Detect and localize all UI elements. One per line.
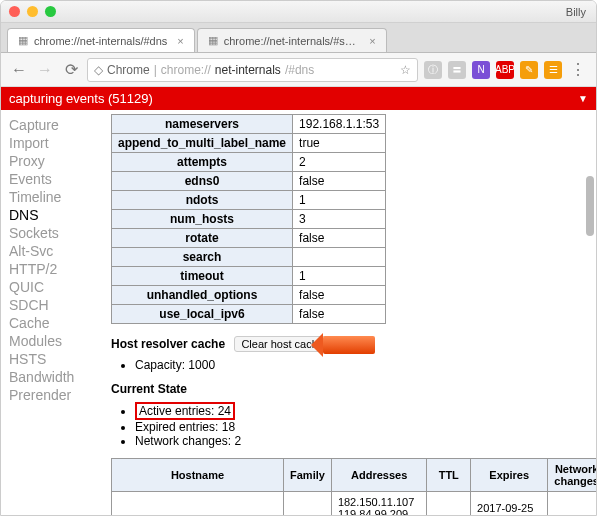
back-button[interactable]: ←	[9, 60, 29, 80]
cell-nc: 2	[548, 492, 596, 516]
config-value: true	[293, 134, 386, 153]
status-bar[interactable]: capturing events (51129) ▼	[1, 87, 596, 110]
status-text: capturing events (51129)	[9, 91, 153, 106]
cell-ttl: 42000	[427, 492, 471, 516]
toolbar: ← → ⟳ ◇ Chrome | chrome://net-internals/…	[1, 53, 596, 87]
sidebar-item-import[interactable]: Import	[9, 134, 99, 152]
tab-favicon: ▦	[208, 34, 218, 47]
sidebar-item-sockets[interactable]: Sockets	[9, 224, 99, 242]
sidebar-item-timeline[interactable]: Timeline	[9, 188, 99, 206]
table-header: Addresses	[331, 459, 427, 492]
bookmark-icon[interactable]: ☆	[400, 63, 411, 77]
user-name: Billy	[566, 6, 586, 18]
sidebar: CaptureImportProxyEventsTimelineDNSSocke…	[1, 110, 99, 515]
config-value: 3	[293, 210, 386, 229]
extension-icon[interactable]: ⓘ	[424, 61, 442, 79]
omnibox-host: chrome://	[161, 63, 211, 77]
active-entries-highlight: Active entries: 24	[135, 402, 235, 420]
network-changes-item: Network changes: 2	[135, 434, 584, 448]
table-header: Family	[284, 459, 332, 492]
close-icon[interactable]	[9, 6, 20, 17]
host-resolver-label: Host resolver cache	[111, 337, 225, 351]
omnibox-scheme: Chrome	[107, 63, 150, 77]
config-value: 1	[293, 191, 386, 210]
browser-tab[interactable]: ▦chrome://net-internals/#sock×	[197, 28, 387, 52]
extension-icon[interactable]: ABP	[496, 61, 514, 79]
config-key: nameservers	[112, 115, 293, 134]
sidebar-item-altsvc[interactable]: Alt-Svc	[9, 242, 99, 260]
extension-icon[interactable]: 〓	[448, 61, 466, 79]
expired-entries-item: Expired entries: 18	[135, 420, 584, 434]
sidebar-item-capture[interactable]: Capture	[9, 116, 99, 134]
sidebar-item-bandwidth[interactable]: Bandwidth	[9, 368, 99, 386]
sidebar-item-sdch[interactable]: SDCH	[9, 296, 99, 314]
tab-title: chrome://net-internals/#sock	[224, 35, 360, 47]
config-value: false	[293, 286, 386, 305]
scheme-icon: ◇	[94, 63, 103, 77]
config-key: unhandled_options	[112, 286, 293, 305]
main-panel: nameservers192.168.1.1:53append_to_multi…	[99, 110, 596, 515]
config-key: rotate	[112, 229, 293, 248]
extension-icon[interactable]: ✎	[520, 61, 538, 79]
table-row: 0d077ef9e74d8.cdn.sohucs.comIPV4182.150.…	[112, 492, 597, 516]
maximize-icon[interactable]	[45, 6, 56, 17]
config-value: false	[293, 229, 386, 248]
browser-tab[interactable]: ▦chrome://net-internals/#dns×	[7, 28, 195, 52]
cell-expires: 2017-09-2517:50:54.708[Expired]	[471, 492, 548, 516]
sidebar-item-prerender[interactable]: Prerender	[9, 386, 99, 404]
sidebar-item-hsts[interactable]: HSTS	[9, 350, 99, 368]
extensions-area: ⓘ〓NABP✎☰	[424, 61, 562, 79]
current-state-heading: Current State	[111, 382, 584, 396]
sidebar-item-proxy[interactable]: Proxy	[9, 152, 99, 170]
sidebar-item-dns[interactable]: DNS	[9, 206, 99, 224]
config-value: 192.168.1.1:53	[293, 115, 386, 134]
menu-icon[interactable]: ⋮	[568, 60, 588, 80]
config-value: false	[293, 172, 386, 191]
config-key: append_to_multi_label_name	[112, 134, 293, 153]
table-header: TTL	[427, 459, 471, 492]
annotation-arrow	[323, 336, 375, 354]
resolver-table: HostnameFamilyAddressesTTLExpiresNetwork…	[111, 458, 596, 515]
sidebar-item-quic[interactable]: QUIC	[9, 278, 99, 296]
config-value: false	[293, 305, 386, 324]
config-table: nameservers192.168.1.1:53append_to_multi…	[111, 114, 386, 324]
config-key: timeout	[112, 267, 293, 286]
config-key: num_hosts	[112, 210, 293, 229]
sidebar-item-http2[interactable]: HTTP/2	[9, 260, 99, 278]
table-header: Network changes	[548, 459, 596, 492]
sidebar-item-cache[interactable]: Cache	[9, 314, 99, 332]
omnibox-path: net-internals	[215, 63, 281, 77]
omnibox-hash: /#dns	[285, 63, 314, 77]
config-key: attempts	[112, 153, 293, 172]
tab-strip: ▦chrome://net-internals/#dns×▦chrome://n…	[1, 23, 596, 53]
extension-icon[interactable]: ☰	[544, 61, 562, 79]
config-key: ndots	[112, 191, 293, 210]
sidebar-item-events[interactable]: Events	[9, 170, 99, 188]
titlebar: Billy	[1, 1, 596, 23]
address-bar[interactable]: ◇ Chrome | chrome://net-internals/#dns ☆	[87, 58, 418, 82]
active-entries-item: Active entries: 24	[135, 402, 584, 420]
cell-hostname: 0d077ef9e74d8.cdn.sohucs.com	[112, 492, 284, 516]
chevron-down-icon: ▼	[578, 93, 588, 104]
tab-close-icon[interactable]: ×	[177, 35, 183, 47]
minimize-icon[interactable]	[27, 6, 38, 17]
forward-button[interactable]: →	[35, 60, 55, 80]
tab-favicon: ▦	[18, 34, 28, 47]
capacity-item: Capacity: 1000	[135, 358, 584, 372]
cell-family: IPV4	[284, 492, 332, 516]
extension-icon[interactable]: N	[472, 61, 490, 79]
scrollbar[interactable]	[586, 176, 594, 236]
config-key: edns0	[112, 172, 293, 191]
config-value: 2	[293, 153, 386, 172]
sidebar-item-modules[interactable]: Modules	[9, 332, 99, 350]
config-key: use_local_ipv6	[112, 305, 293, 324]
cell-addresses: 182.150.11.107119.84.99.209182.140.217.1…	[331, 492, 427, 516]
table-header: Expires	[471, 459, 548, 492]
config-value	[293, 248, 386, 267]
tab-title: chrome://net-internals/#dns	[34, 35, 167, 47]
config-key: search	[112, 248, 293, 267]
reload-button[interactable]: ⟳	[61, 60, 81, 80]
table-header: Hostname	[112, 459, 284, 492]
tab-close-icon[interactable]: ×	[369, 35, 375, 47]
config-value: 1	[293, 267, 386, 286]
